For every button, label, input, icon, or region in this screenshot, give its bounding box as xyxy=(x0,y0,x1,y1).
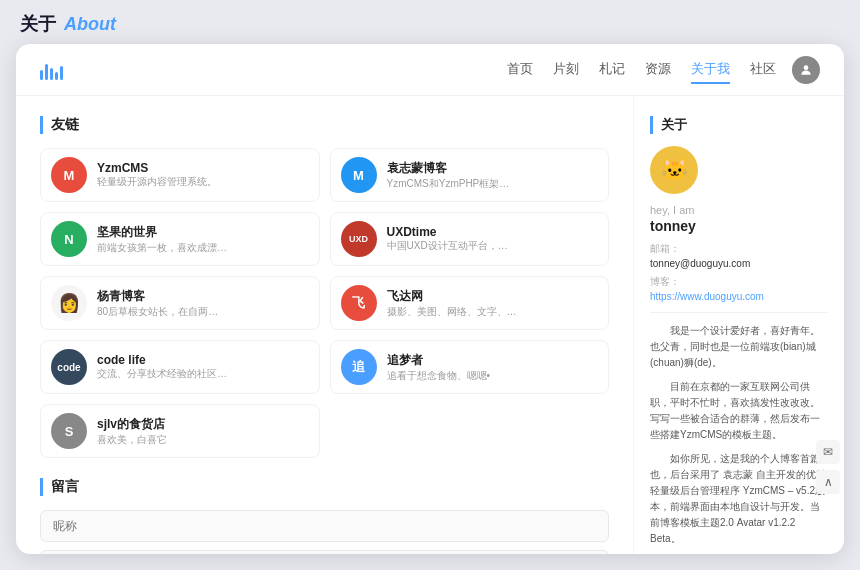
link-desc-yuanzhi: YzmCMS和YzmPHP框架的作者。 xyxy=(387,177,517,191)
about-name: tonney xyxy=(650,218,828,234)
link-desc-codelife: 交流、分享技术经验的社区平台！ xyxy=(97,367,227,381)
link-card-uxd[interactable]: UXD UXDtime 中国UXD设计互动平台，深耕交... xyxy=(330,212,610,266)
link-card-yzmcms[interactable]: M YzmCMS 轻量级开源内容管理系统。 xyxy=(40,148,320,202)
about-bio-2: 目前在京都的一家互联网公司供职，平时不忙时，喜欢搞发性改改改。写写一些被合适合的… xyxy=(650,379,828,443)
link-name-yzmcms: YzmCMS xyxy=(97,161,217,175)
link-info-yangqing: 杨青博客 80后草根女站长，在自两网设计师 xyxy=(97,288,227,319)
link-desc-yangqing: 80后草根女站长，在自两网设计师 xyxy=(97,305,227,319)
about-email: tonney@duoguyu.com xyxy=(650,258,828,269)
link-desc-feida: 摄影、美图、网络、文字、让生活... xyxy=(387,305,517,319)
link-avatar-yangqing: 👩 xyxy=(51,285,87,321)
link-name-codelife: code life xyxy=(97,353,227,367)
about-blog-link[interactable]: https://www.duoguyu.com xyxy=(650,291,764,302)
nav-link-home[interactable]: 首页 xyxy=(507,56,533,84)
nav-link-community[interactable]: 社区 xyxy=(750,56,776,84)
links-grid: M YzmCMS 轻量级开源内容管理系统。 M 袁志蒙博客 YzmCMS和Yzm… xyxy=(40,148,609,458)
browser-window: 首页 片刻 札记 资源 关于我 社区 友链 M YzmCMS 轻量级开源内容管理… xyxy=(16,44,844,554)
link-name-yuanzhi: 袁志蒙博客 xyxy=(387,160,517,177)
about-blog: https://www.duoguyu.com xyxy=(650,291,828,302)
link-info-zhuimeng: 追梦者 追看于想念食物、嗯嗯• xyxy=(387,352,491,383)
about-bio-1: 我是一个设计爱好者，喜好青年。也父青，同时也是一位前端攻(bian)城(chua… xyxy=(650,323,828,371)
nav-link-about[interactable]: 关于我 xyxy=(691,56,730,84)
side-icons: ✉ ∧ xyxy=(816,440,840,494)
comment-section: 留言 六 ё ε 提交留言 xyxy=(40,478,609,554)
about-bio-3: 如你所见，这是我的个人博客首篇也，后台采用了 袁志蒙 自主开发的优秀轻量级后台管… xyxy=(650,451,828,547)
content-textarea[interactable] xyxy=(40,550,609,554)
right-panel: 关于 🐱 hey, I am tonney 邮箱： tonney@duoguyu… xyxy=(634,96,844,554)
link-card-zhuimeng[interactable]: 追 追梦者 追看于想念食物、嗯嗯• xyxy=(330,340,610,394)
about-avatar: 🐱 xyxy=(650,146,698,194)
link-avatar-jiangu: N xyxy=(51,221,87,257)
link-desc-zhuimeng: 追看于想念食物、嗯嗯• xyxy=(387,369,491,383)
link-avatar-uxd: UXD xyxy=(341,221,377,257)
link-avatar-feida: 飞 xyxy=(341,285,377,321)
topnav: 首页 片刻 札记 资源 关于我 社区 xyxy=(16,44,844,96)
logo-bars xyxy=(40,60,63,80)
link-desc-uxd: 中国UXD设计互动平台，深耕交... xyxy=(387,239,517,253)
link-card-feida[interactable]: 飞 飞达网 摄影、美图、网络、文字、让生活... xyxy=(330,276,610,330)
logo-bar-2 xyxy=(45,64,48,80)
about-email-label: 邮箱： xyxy=(650,242,828,256)
about-blog-label: 博客： xyxy=(650,275,828,289)
link-info-yuanzhi: 袁志蒙博客 YzmCMS和YzmPHP框架的作者。 xyxy=(387,160,517,191)
link-name-yangqing: 杨青博客 xyxy=(97,288,227,305)
link-info-feida: 飞达网 摄影、美图、网络、文字、让生活... xyxy=(387,288,517,319)
nickname-input[interactable] xyxy=(40,510,609,542)
link-card-codelife[interactable]: code code life 交流、分享技术经验的社区平台！ xyxy=(40,340,320,394)
link-avatar-codelife: code xyxy=(51,349,87,385)
link-card-sjlv[interactable]: S sjlv的食货店 喜欢美，白喜它 xyxy=(40,404,320,458)
link-desc-yzmcms: 轻量级开源内容管理系统。 xyxy=(97,175,217,189)
link-card-yuanzhi[interactable]: M 袁志蒙博客 YzmCMS和YzmPHP框架的作者。 xyxy=(330,148,610,202)
link-info-jiangu: 坚果的世界 前端女孩第一枚，喜欢成漂亮一... xyxy=(97,224,227,255)
comment-title: 留言 xyxy=(40,478,609,496)
nav-links: 首页 片刻 札记 资源 关于我 社区 xyxy=(507,56,776,84)
side-icon-message[interactable]: ✉ xyxy=(816,440,840,464)
page-title-zh: 关于 xyxy=(20,12,56,36)
link-avatar-sjlv: S xyxy=(51,413,87,449)
page-title-en: About xyxy=(64,14,116,35)
nav-avatar[interactable] xyxy=(792,56,820,84)
link-info-uxd: UXDtime 中国UXD设计互动平台，深耕交... xyxy=(387,225,517,253)
link-desc-sjlv: 喜欢美，白喜它 xyxy=(97,433,167,447)
page-header: 关于 About xyxy=(0,0,860,44)
link-name-zhuimeng: 追梦者 xyxy=(387,352,491,369)
nav-link-resources[interactable]: 资源 xyxy=(645,56,671,84)
link-info-sjlv: sjlv的食货店 喜欢美，白喜它 xyxy=(97,416,167,447)
link-info-yzmcms: YzmCMS 轻量级开源内容管理系统。 xyxy=(97,161,217,189)
logo-bar-3 xyxy=(50,68,53,80)
logo-bar-4 xyxy=(55,72,58,80)
about-bio: 我是一个设计爱好者，喜好青年。也父青，同时也是一位前端攻(bian)城(chua… xyxy=(650,323,828,554)
link-avatar-yuanzhi: M xyxy=(341,157,377,193)
logo xyxy=(40,60,63,80)
friend-links-title: 友链 xyxy=(40,116,609,134)
logo-bar-5 xyxy=(60,66,63,80)
nav-link-notes[interactable]: 札记 xyxy=(599,56,625,84)
svg-point-0 xyxy=(804,65,809,70)
about-greeting: hey, I am xyxy=(650,204,828,216)
link-desc-jiangu: 前端女孩第一枚，喜欢成漂亮一... xyxy=(97,241,227,255)
link-name-jiangu: 坚果的世界 xyxy=(97,224,227,241)
link-name-uxd: UXDtime xyxy=(387,225,517,239)
link-avatar-yzmcms: M xyxy=(51,157,87,193)
about-divider xyxy=(650,312,828,313)
link-name-sjlv: sjlv的食货店 xyxy=(97,416,167,433)
link-card-yangqing[interactable]: 👩 杨青博客 80后草根女站长，在自两网设计师 xyxy=(40,276,320,330)
left-panel: 友链 M YzmCMS 轻量级开源内容管理系统。 M 袁志蒙博客 YzmCMS和… xyxy=(16,96,634,554)
link-avatar-zhuimeng: 追 xyxy=(341,349,377,385)
side-icon-up[interactable]: ∧ xyxy=(816,470,840,494)
link-card-jiangu[interactable]: N 坚果的世界 前端女孩第一枚，喜欢成漂亮一... xyxy=(40,212,320,266)
main-content: 友链 M YzmCMS 轻量级开源内容管理系统。 M 袁志蒙博客 YzmCMS和… xyxy=(16,96,844,554)
logo-bar-1 xyxy=(40,70,43,80)
about-section-title: 关于 xyxy=(650,116,828,134)
link-info-codelife: code life 交流、分享技术经验的社区平台！ xyxy=(97,353,227,381)
nav-link-moment[interactable]: 片刻 xyxy=(553,56,579,84)
link-name-feida: 飞达网 xyxy=(387,288,517,305)
